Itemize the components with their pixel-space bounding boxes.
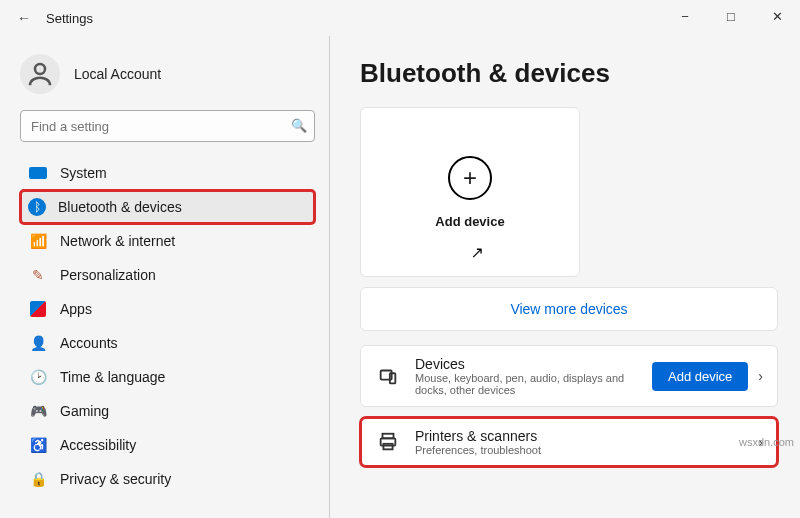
plus-icon: + xyxy=(448,156,492,200)
sidebar-item-system[interactable]: System xyxy=(20,156,315,190)
svg-rect-5 xyxy=(383,444,392,450)
sidebar-item-accounts[interactable]: 👤 Accounts xyxy=(20,326,315,360)
sidebar-item-accessibility[interactable]: ♿ Accessibility xyxy=(20,428,315,462)
shield-icon: 🔒 xyxy=(28,469,48,489)
devices-icon xyxy=(375,363,401,389)
settings-window: ← Settings − □ ✕ Local Account 🔍 S xyxy=(0,0,800,518)
apps-icon xyxy=(28,299,48,319)
devices-text: Devices Mouse, keyboard, pen, audio, dis… xyxy=(415,356,652,396)
sidebar-item-label: Apps xyxy=(60,301,92,317)
accessibility-icon: ♿ xyxy=(28,435,48,455)
sidebar-item-apps[interactable]: Apps xyxy=(20,292,315,326)
sidebar-item-label: Personalization xyxy=(60,267,156,283)
printers-title: Printers & scanners xyxy=(415,428,758,444)
brush-icon: ✎ xyxy=(28,265,48,285)
add-device-card[interactable]: + Add device ↖ xyxy=(360,107,580,277)
sidebar-item-label: Time & language xyxy=(60,369,165,385)
printers-scanners-panel[interactable]: Printers & scanners Preferences, trouble… xyxy=(360,417,778,467)
minimize-button[interactable]: − xyxy=(662,0,708,32)
view-more-label: View more devices xyxy=(510,301,627,317)
window-controls: − □ ✕ xyxy=(662,0,800,32)
devices-subtitle: Mouse, keyboard, pen, audio, displays an… xyxy=(415,372,652,396)
clock-icon: 🕑 xyxy=(28,367,48,387)
maximize-button[interactable]: □ xyxy=(708,0,754,32)
system-icon xyxy=(28,163,48,183)
gaming-icon: 🎮 xyxy=(28,401,48,421)
cursor-icon: ↖ xyxy=(471,243,484,262)
chevron-right-icon: › xyxy=(758,368,763,384)
titlebar: ← Settings − □ ✕ xyxy=(0,0,800,36)
window-title: Settings xyxy=(46,11,93,26)
back-button[interactable]: ← xyxy=(10,10,38,26)
sidebar-item-label: Gaming xyxy=(60,403,109,419)
account-name: Local Account xyxy=(74,66,161,82)
sidebar-item-time-language[interactable]: 🕑 Time & language xyxy=(20,360,315,394)
sidebar-item-personalization[interactable]: ✎ Personalization xyxy=(20,258,315,292)
sidebar-item-label: Accounts xyxy=(60,335,118,351)
bluetooth-icon: ᛒ xyxy=(28,198,46,216)
sidebar-item-gaming[interactable]: 🎮 Gaming xyxy=(20,394,315,428)
svg-rect-2 xyxy=(390,373,396,383)
printers-text: Printers & scanners Preferences, trouble… xyxy=(415,428,758,456)
printers-subtitle: Preferences, troubleshoot xyxy=(415,444,758,456)
devices-panel[interactable]: Devices Mouse, keyboard, pen, audio, dis… xyxy=(360,345,778,407)
accounts-icon: 👤 xyxy=(28,333,48,353)
sidebar: Local Account 🔍 System ᛒ Bluetooth & dev… xyxy=(0,36,330,518)
sidebar-item-label: Privacy & security xyxy=(60,471,171,487)
nav-list: System ᛒ Bluetooth & devices 📶 Network &… xyxy=(20,156,315,496)
search-input[interactable] xyxy=(20,110,315,142)
wifi-icon: 📶 xyxy=(28,231,48,251)
sidebar-item-bluetooth-devices[interactable]: ᛒ Bluetooth & devices xyxy=(20,190,315,224)
search-icon: 🔍 xyxy=(291,118,307,133)
sidebar-item-label: System xyxy=(60,165,107,181)
close-button[interactable]: ✕ xyxy=(754,0,800,32)
main-content: Bluetooth & devices + Add device ↖ View … xyxy=(330,36,800,518)
sidebar-item-label: Accessibility xyxy=(60,437,136,453)
add-device-label: Add device xyxy=(435,214,504,229)
watermark: wsxdn.com xyxy=(739,436,794,448)
account-block[interactable]: Local Account xyxy=(20,54,315,94)
sidebar-item-label: Network & internet xyxy=(60,233,175,249)
add-device-button[interactable]: Add device xyxy=(652,362,748,391)
search-box[interactable]: 🔍 xyxy=(20,110,315,142)
sidebar-item-label: Bluetooth & devices xyxy=(58,199,182,215)
avatar xyxy=(20,54,60,94)
svg-point-0 xyxy=(35,64,45,74)
devices-title: Devices xyxy=(415,356,652,372)
view-more-devices-button[interactable]: View more devices xyxy=(360,287,778,331)
page-title: Bluetooth & devices xyxy=(360,58,778,89)
printer-icon xyxy=(375,429,401,455)
sidebar-item-privacy-security[interactable]: 🔒 Privacy & security xyxy=(20,462,315,496)
sidebar-item-network[interactable]: 📶 Network & internet xyxy=(20,224,315,258)
